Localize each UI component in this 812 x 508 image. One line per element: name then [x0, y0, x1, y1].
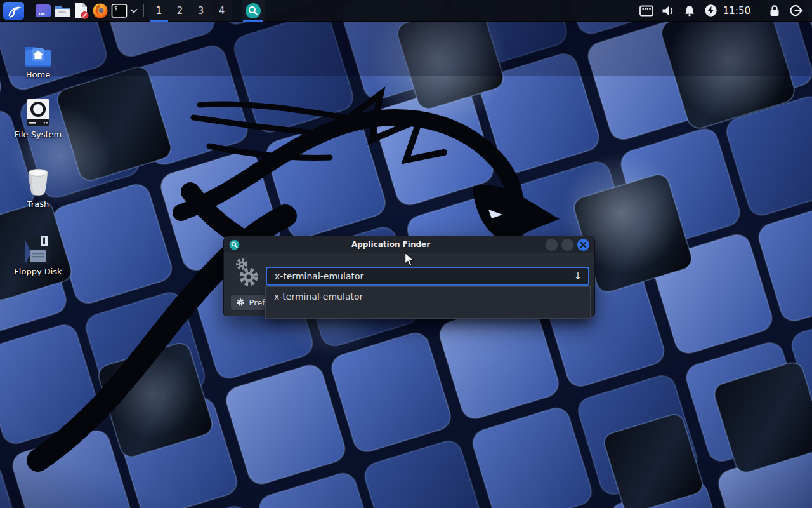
workspace-3[interactable]: 3 [190, 0, 211, 22]
volume-icon[interactable] [660, 0, 676, 22]
desktop-icon-label: Trash [11, 199, 65, 209]
svg-text:$_: $_ [114, 6, 121, 11]
search-input[interactable] [266, 267, 589, 286]
panel-separator [237, 4, 237, 17]
maximize-button[interactable] [561, 239, 573, 251]
gears-icon [232, 257, 262, 289]
launcher-firefox[interactable] [91, 0, 110, 22]
panel-left: $_ 1 2 3 4 [0, 0, 265, 22]
panel-separator [29, 4, 29, 17]
panel-separator [143, 4, 144, 17]
appfinder-titlebar-icon [229, 239, 240, 250]
clock[interactable]: 11:50 [723, 5, 750, 17]
desktop-icon-trash[interactable]: Trash [11, 166, 65, 209]
terminal-icon: $_ [111, 3, 128, 18]
titlebar[interactable]: Application Finder [224, 236, 594, 253]
search-result-item[interactable]: x-terminal-emulator [266, 287, 590, 305]
gear-icon [237, 298, 245, 307]
launcher-window-app[interactable] [34, 0, 53, 22]
logout-icon[interactable] [789, 0, 804, 22]
workspace-4[interactable]: 4 [211, 0, 232, 22]
desktop-icon-label: Floppy Disk [11, 267, 65, 276]
desktop-icon-file-system[interactable]: File System [11, 97, 65, 139]
close-icon [580, 242, 586, 248]
firefox-icon [92, 3, 108, 19]
tray-display-icon[interactable] [639, 0, 654, 22]
launcher-file-manager[interactable] [53, 0, 72, 22]
window-title: Application Finder [240, 240, 542, 249]
trash-icon [11, 166, 65, 197]
desktop-icon-label: Home [11, 70, 65, 79]
appfinder-window-icon [245, 3, 261, 19]
panel-separator [759, 4, 759, 17]
top-panel: $_ 1 2 3 4 [0, 0, 812, 22]
close-button[interactable] [577, 239, 589, 251]
minimize-button[interactable] [546, 239, 558, 251]
file-system-drive-icon [11, 97, 65, 127]
floppy-disk-icon [11, 234, 65, 264]
workspace-switcher: 1 2 3 4 [148, 0, 232, 22]
text-editor-icon [73, 2, 89, 19]
launcher-terminal[interactable]: $_ [110, 0, 129, 22]
workspace-1[interactable]: 1 [148, 0, 169, 22]
taskbar-application-finder[interactable] [242, 0, 265, 22]
launcher-text-editor[interactable] [72, 0, 91, 22]
window-app-icon [35, 3, 51, 18]
application-finder-window: Application Finder ↓ [223, 236, 595, 316]
desktop-icon-floppy-disk[interactable]: Floppy Disk [11, 234, 65, 276]
power-manager-icon[interactable] [704, 0, 719, 22]
lock-screen-icon[interactable] [767, 0, 782, 22]
desktop-icon-label: File System [11, 130, 65, 139]
workspace-2[interactable]: 2 [169, 0, 190, 22]
kali-logo-icon [6, 3, 22, 18]
applications-menu-button[interactable] [3, 2, 24, 20]
launcher-dropdown-chevron-icon[interactable] [129, 0, 139, 22]
home-folder-icon [11, 37, 65, 67]
file-manager-icon [53, 3, 71, 18]
notifications-bell-icon[interactable] [682, 0, 697, 22]
desktop: $_ 1 2 3 4 [0, 0, 812, 508]
search-results-dropdown: x-terminal-emulator [265, 286, 591, 319]
panel-right: 11:50 [636, 0, 812, 22]
desktop-icon-home[interactable]: Home [11, 37, 65, 79]
